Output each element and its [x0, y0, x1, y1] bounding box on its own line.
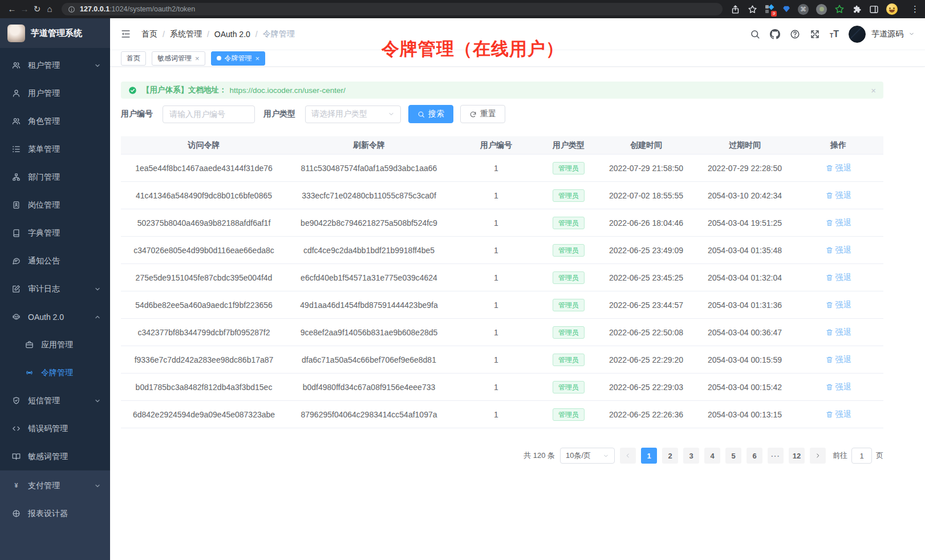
- extension-badge-icon[interactable]: 9: [765, 4, 775, 14]
- sidebar-item-用户管理[interactable]: 用户管理: [0, 79, 110, 107]
- column-header: 创建时间: [596, 140, 696, 151]
- breadcrumb-item[interactable]: OAuth 2.0: [214, 30, 250, 39]
- browser-reload-button[interactable]: ↻: [31, 0, 43, 18]
- gem-extension-icon[interactable]: [782, 5, 790, 13]
- browser-menu-icon[interactable]: ⋮: [911, 0, 919, 18]
- font-size-icon[interactable]: TT: [830, 30, 839, 39]
- sidebar-item-通知公告[interactable]: 通知公告: [0, 247, 110, 275]
- goto-page-input[interactable]: [851, 448, 872, 464]
- sidebar-item-租户管理[interactable]: 租户管理: [0, 51, 110, 79]
- access-token-cell: 6d842e2924594de9a09e45e087323abe: [121, 410, 287, 419]
- force-logout-button[interactable]: 强退: [826, 218, 851, 228]
- record-extension-icon[interactable]: [816, 4, 827, 15]
- page-button-5[interactable]: 5: [725, 448, 741, 464]
- force-logout-button[interactable]: 强退: [826, 245, 851, 255]
- robot-icon: [12, 313, 21, 321]
- created-time-cell: 2022-06-25 23:49:09: [596, 246, 696, 255]
- force-logout-button[interactable]: 强退: [826, 190, 851, 201]
- sidebar-collapse-icon[interactable]: [120, 29, 131, 39]
- side-panel-icon[interactable]: [869, 5, 879, 14]
- profile-avatar-icon[interactable]: [886, 3, 898, 15]
- force-logout-button[interactable]: 强退: [826, 273, 851, 283]
- sidebar-item-错误码管理[interactable]: 错误码管理: [0, 415, 110, 443]
- page-button-3[interactable]: 3: [683, 448, 699, 464]
- sidebar-item-应用管理[interactable]: 应用管理: [0, 331, 110, 359]
- page-size-select[interactable]: 10条/页: [560, 448, 615, 464]
- tab-令牌管理[interactable]: 令牌管理×: [211, 51, 266, 66]
- sidebar-item-OAuth 2.0[interactable]: OAuth 2.0: [0, 303, 110, 331]
- tab-首页[interactable]: 首页: [121, 51, 146, 66]
- sidebar-item-短信管理[interactable]: 短信管理: [0, 387, 110, 415]
- force-logout-button[interactable]: 强退: [826, 163, 851, 173]
- edit-icon: [12, 285, 21, 293]
- browser-back-button[interactable]: ←: [6, 0, 18, 18]
- help-icon[interactable]: [790, 29, 800, 39]
- bookmark-star-icon[interactable]: [748, 5, 757, 14]
- expire-time-cell: 2054-03-04 00:15:59: [696, 355, 793, 364]
- action-cell: 强退: [793, 163, 883, 173]
- page-button-1[interactable]: 1: [641, 448, 657, 464]
- force-logout-button[interactable]: 强退: [826, 382, 851, 392]
- reset-button[interactable]: 重置: [460, 105, 505, 123]
- user-type-select[interactable]: 请选择用户类型: [305, 105, 401, 123]
- created-time-cell: 2022-06-25 23:45:25: [596, 273, 696, 282]
- page-button-6[interactable]: 6: [747, 448, 762, 464]
- created-time-cell: 2022-06-25 23:44:57: [596, 301, 696, 310]
- tab-close-icon[interactable]: ×: [255, 55, 260, 62]
- share-icon[interactable]: [731, 5, 740, 14]
- app-logo-row[interactable]: 芋道管理系统: [0, 18, 110, 48]
- sidebar-item-报表设计器[interactable]: 报表设计器: [0, 500, 110, 527]
- fullscreen-icon[interactable]: [810, 29, 820, 39]
- extensions-puzzle-icon[interactable]: [852, 5, 862, 14]
- page-button-12[interactable]: 12: [789, 448, 805, 464]
- prev-page-button[interactable]: [620, 448, 636, 464]
- page-button-2[interactable]: 2: [662, 448, 678, 464]
- user-id-input[interactable]: [163, 105, 255, 123]
- goto-group: 前往 页: [833, 448, 883, 464]
- sidebar-item-令牌管理[interactable]: 令牌管理: [0, 359, 110, 387]
- table-row: c342377bf8b344799dcbf7bf095287f29ce8ef2a…: [121, 319, 883, 346]
- browser-forward-button[interactable]: →: [18, 0, 31, 18]
- sidebar-item-岗位管理[interactable]: 岗位管理: [0, 191, 110, 219]
- breadcrumb-item[interactable]: 首页: [141, 29, 157, 39]
- user-avatar[interactable]: [849, 26, 866, 43]
- sidebar-item-敏感词管理[interactable]: 敏感词管理: [0, 443, 110, 470]
- success-check-icon: [128, 86, 137, 95]
- alert-close-icon[interactable]: ×: [871, 86, 876, 95]
- breadcrumb: 首页/系统管理/OAuth 2.0/令牌管理: [141, 29, 295, 39]
- user-menu-caret-icon[interactable]: [908, 31, 915, 37]
- green-star-extension-icon[interactable]: [834, 4, 845, 14]
- url-bar[interactable]: 127.0.0.1:1024/system/oauth2/token: [62, 3, 723, 15]
- user-type-tag: 管理员: [553, 189, 585, 202]
- doc-link[interactable]: https://doc.iocoder.cn/user-center/: [230, 86, 346, 95]
- sidebar-item-审计日志[interactable]: 审计日志: [0, 275, 110, 303]
- created-time-cell: 2022-07-29 21:58:50: [596, 164, 696, 173]
- site-info-icon[interactable]: [68, 6, 75, 13]
- tab-close-icon[interactable]: ×: [195, 55, 200, 62]
- breadcrumb-item[interactable]: 系统管理: [170, 29, 202, 39]
- alert-text: 【用户体系】文档地址：: [142, 85, 227, 95]
- sidebar-item-label: 短信管理: [28, 396, 60, 406]
- search-icon[interactable]: [750, 29, 760, 39]
- github-icon[interactable]: [770, 29, 780, 39]
- user-type-tag: 管理员: [553, 408, 585, 421]
- sidebar-item-菜单管理[interactable]: 菜单管理: [0, 135, 110, 163]
- force-logout-button[interactable]: 强退: [826, 355, 851, 365]
- refresh-token-cell: cdfc4ce9c2da4bb1bdf21b9918ff4be5: [287, 246, 451, 255]
- command-extension-icon[interactable]: ⌘: [798, 4, 809, 15]
- page-button-4[interactable]: 4: [704, 448, 720, 464]
- force-logout-button[interactable]: 强退: [826, 409, 851, 420]
- force-logout-button[interactable]: 强退: [826, 327, 851, 338]
- page-more-button[interactable]: ···: [768, 448, 784, 464]
- browser-home-button[interactable]: ⌂: [43, 0, 56, 18]
- sidebar-item-部门管理[interactable]: 部门管理: [0, 163, 110, 191]
- force-logout-button[interactable]: 强退: [826, 300, 851, 310]
- sidebar-item-支付管理[interactable]: ¥支付管理: [0, 472, 110, 500]
- sidebar-item-角色管理[interactable]: 角色管理: [0, 107, 110, 135]
- tab-敏感词管理[interactable]: 敏感词管理×: [152, 51, 205, 66]
- search-button[interactable]: 搜索: [408, 105, 453, 123]
- action-cell: 强退: [793, 382, 883, 392]
- sidebar-item-字典管理[interactable]: 字典管理: [0, 219, 110, 247]
- username[interactable]: 芋道源码: [871, 29, 903, 39]
- next-page-button[interactable]: [810, 448, 826, 464]
